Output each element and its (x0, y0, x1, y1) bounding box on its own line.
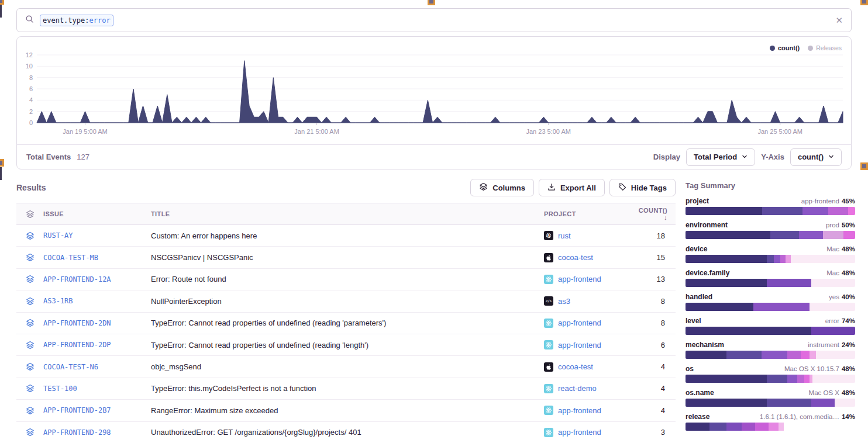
tag-bar-segment[interactable] (811, 279, 855, 287)
tag-top-value: instrument (808, 341, 839, 348)
tag-bar-segment[interactable] (811, 327, 855, 335)
tag-bar-segment[interactable] (770, 231, 799, 239)
tag-bar-segment[interactable] (812, 375, 855, 383)
tag-bar-segment[interactable] (801, 351, 810, 359)
tag-bar-segment[interactable] (799, 231, 823, 239)
tag-bar-segment[interactable] (804, 375, 810, 383)
issue-link[interactable]: APP-FRONTEND-12A (43, 275, 151, 283)
tag-bar-segment[interactable] (686, 399, 767, 407)
tag-bar-segment[interactable] (686, 207, 762, 215)
results-header: Results ColumnsExport AllHide Tags (16, 179, 676, 196)
tag-bar-segment[interactable] (767, 279, 811, 287)
search-bar[interactable]: event.type:error ✕ (16, 8, 852, 32)
tag-distribution-bar[interactable] (686, 207, 855, 215)
tag-bar-segment[interactable] (779, 423, 784, 431)
results-heading: Results (16, 183, 46, 192)
project-link[interactable]: app-frontend (544, 428, 636, 437)
column-header-project[interactable]: PROJECT (544, 210, 636, 217)
tag-bar-segment[interactable] (762, 207, 803, 215)
tag-bar-segment[interactable] (767, 375, 787, 383)
tag-bar-segment[interactable] (767, 399, 811, 407)
project-link[interactable]: react-demo (544, 384, 636, 393)
tag-distribution-bar[interactable] (686, 303, 855, 311)
tag-bar-segment[interactable] (709, 423, 726, 431)
issue-link[interactable]: APP-FRONTEND-2DP (43, 341, 151, 349)
tag-bar-segment[interactable] (828, 207, 849, 215)
tag-bar-segment[interactable] (816, 351, 855, 359)
issue-stack-icon (16, 406, 43, 415)
tag-distribution-bar[interactable] (686, 327, 855, 335)
issue-link[interactable]: RUST-AY (43, 231, 151, 240)
tag-bar-segment[interactable] (774, 255, 781, 263)
tag-bar-segment[interactable] (791, 255, 855, 263)
tag-bar-segment[interactable] (762, 351, 787, 359)
tag-bar-segment[interactable] (686, 351, 726, 359)
tag-bar-segment[interactable] (742, 423, 755, 431)
tag-bar-segment[interactable] (767, 255, 774, 263)
hide-tags-button[interactable]: Hide Tags (609, 179, 676, 196)
tag-bar-segment[interactable] (848, 207, 855, 215)
tag-bar-segment[interactable] (726, 423, 742, 431)
issue-link[interactable]: COCOA-TEST-MB (43, 254, 151, 262)
tag-distribution-bar[interactable] (686, 399, 855, 407)
tag-top-percent: 48% (842, 389, 855, 396)
tag-bar-segment[interactable] (726, 351, 762, 359)
issue-link[interactable]: AS3-1RB (43, 297, 151, 305)
tag-bar-segment[interactable] (686, 303, 753, 311)
tag-distribution-bar[interactable] (686, 423, 855, 431)
issue-title: TypeError: this.myCodeIsPerfect is not a… (151, 384, 544, 393)
tag-distribution-bar[interactable] (686, 231, 855, 239)
tag-bar-segment[interactable] (686, 255, 767, 263)
tag-distribution-bar[interactable] (686, 255, 855, 263)
tag-bar-segment[interactable] (780, 255, 786, 263)
tag-distribution-bar[interactable] (686, 375, 855, 383)
tag-bar-segment[interactable] (835, 399, 855, 407)
tag-bar-segment[interactable] (787, 375, 797, 383)
tag-bar-segment[interactable] (769, 423, 779, 431)
tag-bar-segment[interactable] (686, 231, 770, 239)
search-filter-token[interactable]: event.type:error (40, 15, 113, 26)
y-axis-select[interactable]: count() (790, 148, 842, 166)
tag-bar-segment[interactable] (843, 231, 855, 239)
close-icon[interactable]: ✕ (835, 16, 843, 25)
project-link[interactable]: cocoa-test (544, 253, 636, 262)
code-platform-icon: </> (544, 296, 553, 306)
columns-button[interactable]: Columns (470, 179, 534, 196)
tag-bar-segment[interactable] (686, 375, 767, 383)
tag-bar-segment[interactable] (802, 207, 828, 215)
project-link[interactable]: Rrust (544, 231, 636, 240)
tag-distribution-bar[interactable] (686, 279, 855, 287)
issue-link[interactable]: COCOA-TEST-N6 (43, 363, 151, 371)
project-link[interactable]: app-frontend (544, 275, 636, 284)
project-link[interactable]: app-frontend (544, 340, 636, 349)
issue-link[interactable]: APP-FRONTEND-2B7 (43, 406, 151, 414)
display-select[interactable]: Total Period (686, 148, 755, 166)
tag-distribution-bar[interactable] (686, 351, 855, 359)
tag-bar-segment[interactable] (755, 423, 769, 431)
issue-link[interactable]: TEST-100 (43, 385, 151, 393)
column-header-count[interactable]: COUNT() ↓ (636, 207, 676, 221)
tag-bar-segment[interactable] (811, 399, 835, 407)
project-link[interactable]: cocoa-test (544, 362, 636, 372)
column-header-issue[interactable]: ISSUE (43, 210, 151, 217)
tag-bar-segment[interactable] (686, 279, 767, 287)
tag-bar-segment[interactable] (686, 327, 811, 335)
tag-bar-segment[interactable] (797, 375, 804, 383)
issue-link[interactable]: APP-FRONTEND-2DN (43, 319, 151, 327)
tag-bar-segment[interactable] (810, 351, 817, 359)
tag-bar-segment[interactable] (753, 303, 810, 311)
tag-bar-segment[interactable] (787, 351, 801, 359)
column-header-title[interactable]: TITLE (151, 210, 544, 217)
svg-text:R: R (547, 234, 550, 237)
tag-bar-segment[interactable] (686, 423, 709, 431)
issue-link[interactable]: APP-FRONTEND-298 (43, 428, 151, 437)
project-link[interactable]: </>as3 (544, 296, 636, 306)
issue-title: UnauthorizedError: GET /organizations/{o… (151, 428, 544, 437)
tag-bar-segment[interactable] (786, 255, 791, 263)
project-link[interactable]: app-frontend (544, 406, 636, 415)
tag-bar-segment[interactable] (823, 231, 843, 239)
export-all-button[interactable]: Export All (539, 179, 605, 196)
project-link[interactable]: app-frontend (544, 319, 636, 328)
tag-bar-segment[interactable] (810, 303, 855, 311)
react-platform-icon (544, 406, 553, 415)
